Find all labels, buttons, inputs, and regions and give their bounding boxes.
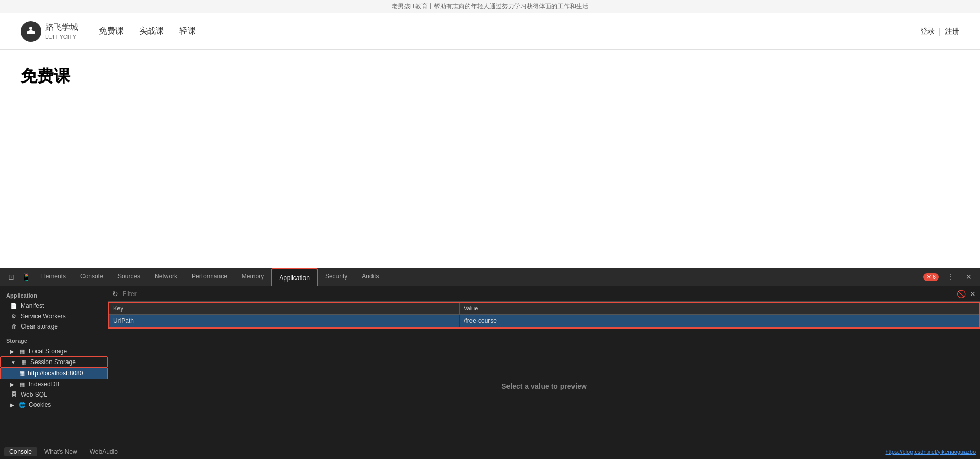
page-content: 免费课	[0, 50, 980, 103]
banner-text: 老男孩IT教育丨帮助有志向的年轻人通过努力学习获得体面的工作和生活	[392, 3, 589, 10]
site-header: 路飞学城 LUFFYCITY 免费课 实战课 轻课 登录 | 注册	[0, 13, 980, 50]
nav-light-course[interactable]: 轻课	[179, 26, 196, 37]
header-divider: |	[939, 27, 941, 36]
logo-en: LUFFYCITY	[45, 33, 78, 40]
nav-links: 免费课 实战课 轻课	[99, 26, 920, 37]
login-link[interactable]: 登录	[920, 27, 935, 36]
nav-free-course[interactable]: 免费课	[99, 26, 124, 37]
nav-practice-course[interactable]: 实战课	[139, 26, 164, 37]
top-banner: 老男孩IT教育丨帮助有志向的年轻人通过努力学习获得体面的工作和生活	[0, 0, 980, 13]
header-right: 登录 | 注册	[920, 27, 959, 36]
page-title: 免费课	[21, 65, 959, 88]
logo-text: 路飞学城 LUFFYCITY	[45, 22, 78, 40]
register-link[interactable]: 注册	[945, 27, 959, 36]
svg-point-0	[29, 27, 32, 30]
logo-cn: 路飞学城	[45, 22, 78, 33]
logo-icon	[21, 21, 41, 42]
logo-area: 路飞学城 LUFFYCITY	[21, 21, 78, 42]
